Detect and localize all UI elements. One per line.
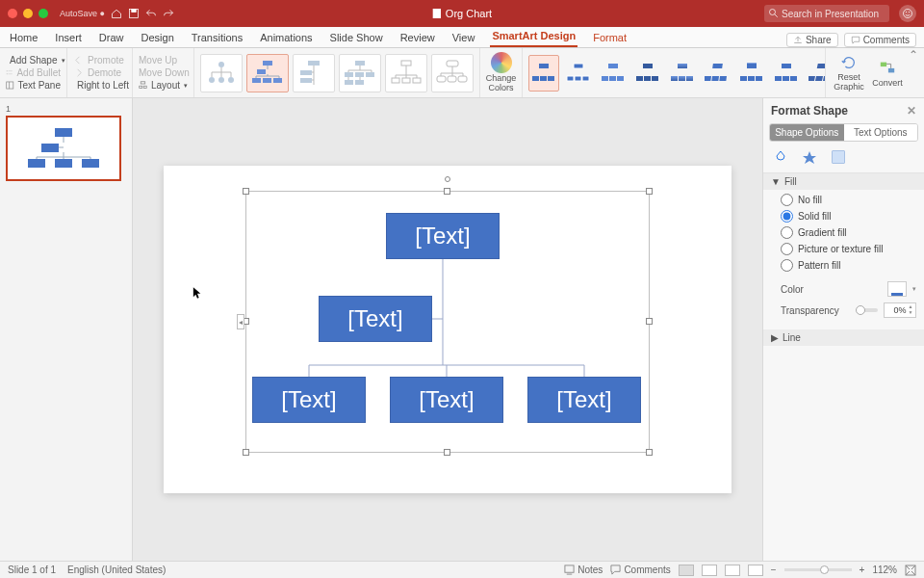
tab-shape-options[interactable]: Shape Options xyxy=(770,124,844,141)
tab-design[interactable]: Design xyxy=(140,30,176,47)
notes-button[interactable]: Notes xyxy=(564,565,603,575)
tab-review[interactable]: Review xyxy=(398,30,437,47)
move-up-label: Move Up xyxy=(139,55,177,66)
close-window-button[interactable] xyxy=(8,9,17,18)
fill-line-category-icon[interactable] xyxy=(773,149,788,165)
effects-category-icon[interactable] xyxy=(802,149,817,165)
style-option-4[interactable] xyxy=(632,55,663,92)
zoom-slider[interactable] xyxy=(784,568,852,571)
section-header-fill[interactable]: ▼ Fill xyxy=(763,173,924,190)
tab-home[interactable]: Home xyxy=(8,30,39,47)
section-header-line[interactable]: ▶ Line xyxy=(763,329,924,346)
zoom-level[interactable]: 112% xyxy=(872,565,897,575)
org-node-child-2[interactable]: [Text] xyxy=(390,377,503,423)
status-comments-button[interactable]: Comments xyxy=(610,565,670,575)
collapse-ribbon-button[interactable]: ⌃ xyxy=(909,48,918,62)
right-to-left-button[interactable]: Right to Left xyxy=(73,80,126,91)
zoom-out-button[interactable]: − xyxy=(771,565,777,575)
transparency-stepper[interactable]: 0% ▲▼ xyxy=(884,302,916,318)
layout-option-5[interactable] xyxy=(385,54,427,92)
layout-option-1[interactable] xyxy=(200,54,243,92)
tab-format[interactable]: Format xyxy=(591,30,629,47)
comments-button[interactable]: Comments xyxy=(844,33,916,47)
fill-option-picture[interactable]: Picture or texture fill xyxy=(781,243,916,255)
format-pane-close-button[interactable]: ✕ xyxy=(907,104,916,118)
quick-access-toolbar: AutoSave ● xyxy=(60,8,174,19)
fill-option-pattern[interactable]: Pattern fill xyxy=(781,259,916,272)
org-node-child-3[interactable]: [Text] xyxy=(527,377,641,423)
slide-thumbnail-pane[interactable]: 1 xyxy=(0,98,133,561)
zoom-in-button[interactable]: + xyxy=(860,565,865,575)
layout-option-6[interactable] xyxy=(431,54,474,92)
view-slideshow-button[interactable] xyxy=(748,565,763,576)
fit-to-window-button[interactable] xyxy=(905,565,916,576)
tab-insert[interactable]: Insert xyxy=(53,30,84,47)
autosave-toggle[interactable]: AutoSave ● xyxy=(60,9,105,18)
svg-point-22 xyxy=(218,77,224,83)
search-input[interactable] xyxy=(764,5,889,22)
style-option-2[interactable] xyxy=(563,55,594,92)
transparency-slider[interactable] xyxy=(856,308,878,312)
undo-icon[interactable] xyxy=(145,8,157,19)
style-option-8[interactable] xyxy=(771,55,802,92)
change-colors-button[interactable]: Change Colors xyxy=(480,48,523,97)
layout-option-2[interactable] xyxy=(246,54,289,92)
layout-option-4[interactable] xyxy=(339,54,381,92)
add-shape-button[interactable]: Add Shape ▾ xyxy=(6,55,61,66)
slide[interactable]: ◂ [Text] [Text] [Text] [Text] [Text] xyxy=(164,166,732,493)
home-icon[interactable] xyxy=(111,8,122,19)
minimize-window-button[interactable] xyxy=(23,9,33,18)
svg-rect-34 xyxy=(355,72,364,77)
style-option-9[interactable] xyxy=(806,55,826,92)
view-normal-button[interactable] xyxy=(679,565,694,576)
tab-draw[interactable]: Draw xyxy=(97,30,126,47)
style-option-5[interactable] xyxy=(667,55,698,92)
style-option-3[interactable] xyxy=(598,55,629,92)
style-option-7[interactable] xyxy=(736,55,767,92)
svg-point-20 xyxy=(218,62,224,67)
layout-option-3[interactable] xyxy=(293,54,335,92)
view-reading-button[interactable] xyxy=(725,565,740,576)
tab-view[interactable]: View xyxy=(450,30,477,47)
svg-rect-68 xyxy=(711,76,719,81)
transparency-label: Transparency xyxy=(781,305,850,316)
size-category-icon[interactable] xyxy=(831,149,846,165)
slide-thumbnail-1[interactable] xyxy=(6,116,121,181)
org-node-assistant[interactable]: [Text] xyxy=(319,296,432,342)
style-option-6[interactable] xyxy=(702,55,732,92)
zoom-window-button[interactable] xyxy=(38,9,48,18)
share-button[interactable]: Share xyxy=(786,33,838,47)
svg-rect-40 xyxy=(402,78,410,83)
slide-counter[interactable]: Slide 1 of 1 xyxy=(8,565,56,575)
smartart-selection[interactable]: ◂ [Text] [Text] [Text] [Text] [Text] xyxy=(245,191,650,453)
tab-text-options[interactable]: Text Options xyxy=(844,124,918,141)
svg-rect-63 xyxy=(671,76,678,81)
fill-option-gradient[interactable]: Gradient fill xyxy=(781,226,916,239)
rotation-handle[interactable] xyxy=(445,176,450,182)
svg-rect-72 xyxy=(748,76,755,81)
save-icon[interactable] xyxy=(128,8,140,19)
add-bullet-icon xyxy=(6,67,13,78)
org-node-root[interactable]: [Text] xyxy=(386,213,500,259)
slide-canvas-area[interactable]: ◂ [Text] [Text] [Text] [Text] [Text] xyxy=(133,98,762,561)
fill-option-solid[interactable]: Solid fill xyxy=(781,210,916,223)
fill-option-none[interactable]: No fill xyxy=(781,194,916,206)
reset-graphic-button[interactable]: Reset Graphic xyxy=(832,54,866,92)
style-option-1[interactable] xyxy=(528,55,559,92)
text-pane-toggle[interactable]: ◂ xyxy=(237,314,244,329)
tab-animations[interactable]: Animations xyxy=(258,30,314,47)
svg-rect-98 xyxy=(833,151,844,163)
tab-smartart-design[interactable]: SmartArt Design xyxy=(490,28,578,47)
feedback-button[interactable] xyxy=(899,5,916,22)
redo-icon[interactable] xyxy=(163,8,174,19)
fill-color-picker[interactable] xyxy=(887,281,907,297)
layout-button[interactable]: Layout ▾ xyxy=(139,80,188,91)
view-sorter-button[interactable] xyxy=(702,565,717,576)
org-node-child-1[interactable]: [Text] xyxy=(252,377,366,423)
svg-point-21 xyxy=(209,77,215,83)
language-indicator[interactable]: English (United States) xyxy=(67,565,166,575)
text-pane-button[interactable]: Text Pane xyxy=(6,80,61,91)
tab-transitions[interactable]: Transitions xyxy=(190,30,244,47)
convert-button[interactable]: Convert xyxy=(870,59,905,88)
tab-slide-show[interactable]: Slide Show xyxy=(328,30,385,47)
